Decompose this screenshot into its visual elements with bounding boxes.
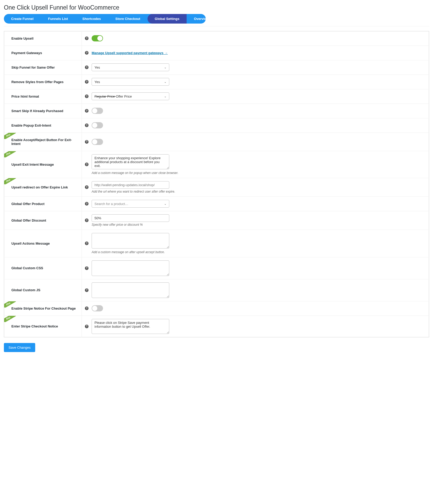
- row-label-enable-popup: Enable Popup Exit-Intent: [4, 118, 82, 133]
- tab-global-settings[interactable]: Global Settings: [148, 14, 187, 24]
- row-label-global-offer-discount: Global Offer Discount: [4, 211, 82, 230]
- help-icon[interactable]: ?: [85, 80, 89, 84]
- help-icon[interactable]: ?: [85, 109, 89, 113]
- helper-text: Add the url where you want to redirect u…: [92, 190, 175, 193]
- row-label-smart-skip: Smart Skip If Already Purchased: [4, 104, 82, 118]
- helper-text: Specify new offer price or discount %: [92, 223, 169, 227]
- select-remove-styles[interactable]: Yes ⌄: [92, 78, 169, 86]
- row-label-enable-stripe-notice: Pro Enable Stripe Notice For Checkout Pa…: [4, 301, 82, 316]
- row-label-accept-reject: Pro Enable Accept/Reject Button For Exit…: [4, 133, 82, 151]
- pro-badge: Pro: [4, 316, 16, 322]
- select-skip-funnel[interactable]: Yes ⌄: [92, 63, 169, 71]
- textarea-global-css[interactable]: [92, 260, 169, 276]
- select-value: Regular Price Offer Price: [94, 94, 132, 98]
- row-label-payment-gateways: Payment Gateways: [4, 46, 82, 60]
- help-icon[interactable]: ?: [85, 288, 89, 292]
- help-icon[interactable]: ?: [85, 163, 89, 166]
- help-icon[interactable]: ?: [85, 51, 89, 55]
- row-label-stripe-checkout-notice: Pro Enter Stripe Checkout Notice: [4, 316, 82, 337]
- chevron-down-icon: ⌄: [164, 66, 166, 69]
- help-icon[interactable]: ?: [85, 218, 89, 222]
- help-icon[interactable]: ?: [85, 202, 89, 206]
- row-label-skip-funnel: Skip Funnel for Same Offer: [4, 60, 82, 75]
- row-label-global-js: Global Custom JS: [4, 279, 82, 301]
- textarea-global-js[interactable]: [92, 282, 169, 298]
- tabs-bar: Create Funnel Funnels List Shortcodes St…: [4, 14, 206, 24]
- tab-store-checkout[interactable]: Store Checkout: [108, 14, 148, 24]
- manage-gateways-link[interactable]: Manage Upsell supported payment gateways…: [92, 51, 168, 55]
- help-icon[interactable]: ?: [85, 306, 89, 310]
- select-placeholder: Search for a product…: [94, 202, 128, 206]
- input-redirect-expire[interactable]: [92, 181, 169, 189]
- settings-table: Enable Upsell ? Payment Gateways ? Manag…: [4, 31, 429, 337]
- row-label-price-format: Price html format: [4, 89, 82, 104]
- row-label-exit-intent-msg: Pro Upsell Exit Intent Message: [4, 151, 82, 178]
- row-label-global-offer-product: Global Offer Product: [4, 196, 82, 211]
- row-label-upsell-actions-msg: Upsell Actions Message: [4, 230, 82, 257]
- help-icon[interactable]: ?: [85, 242, 89, 245]
- page-title: One Click Upsell Funnel for WooCommerce: [4, 4, 429, 14]
- save-button[interactable]: Save Changes: [4, 343, 35, 352]
- help-icon[interactable]: ?: [85, 140, 89, 144]
- chevron-down-icon: ⌄: [164, 202, 166, 206]
- pro-badge: Pro: [4, 151, 16, 157]
- textarea-stripe-checkout-notice[interactable]: [92, 319, 169, 334]
- tab-overview[interactable]: Overview: [187, 14, 206, 24]
- toggle-enable-upsell[interactable]: [92, 35, 103, 41]
- row-label-enable-upsell: Enable Upsell: [4, 31, 82, 46]
- row-label-global-css: Global Custom CSS: [4, 257, 82, 279]
- toggle-enable-stripe-notice[interactable]: [92, 305, 103, 311]
- help-icon[interactable]: ?: [85, 185, 89, 189]
- select-global-offer-product[interactable]: Search for a product… ⌄: [92, 200, 169, 208]
- help-icon[interactable]: ?: [85, 325, 89, 328]
- help-icon[interactable]: ?: [85, 123, 89, 127]
- pro-badge: Pro: [4, 178, 16, 184]
- textarea-exit-intent-msg[interactable]: [92, 154, 169, 169]
- tab-funnels-list[interactable]: Funnels List: [41, 14, 75, 24]
- toggle-smart-skip[interactable]: [92, 108, 103, 114]
- toggle-accept-reject[interactable]: [92, 139, 103, 145]
- helper-text: Add a custom message on for popup when u…: [92, 171, 178, 175]
- helper-text: Add a custom message on after upsell acc…: [92, 250, 169, 254]
- chevron-down-icon: ⌄: [164, 95, 166, 98]
- textarea-upsell-actions-msg[interactable]: [92, 233, 169, 249]
- tab-create-funnel[interactable]: Create Funnel: [4, 14, 41, 24]
- row-label-redirect-expire: Pro Upsell redirect on Offer Expire Link: [4, 178, 82, 196]
- help-icon[interactable]: ?: [85, 65, 89, 69]
- toggle-enable-popup[interactable]: [92, 122, 103, 128]
- input-global-offer-discount[interactable]: [92, 214, 169, 222]
- chevron-down-icon: ⌄: [164, 80, 166, 84]
- tab-shortcodes[interactable]: Shortcodes: [75, 14, 108, 24]
- row-label-remove-styles: Remove Styles from Offer Pages: [4, 75, 82, 89]
- help-icon[interactable]: ?: [85, 94, 89, 98]
- help-icon[interactable]: ?: [85, 266, 89, 270]
- help-icon[interactable]: ?: [85, 36, 89, 40]
- select-price-format[interactable]: Regular Price Offer Price ⌄: [92, 92, 169, 100]
- select-value: Yes: [94, 80, 100, 84]
- select-value: Yes: [94, 65, 100, 69]
